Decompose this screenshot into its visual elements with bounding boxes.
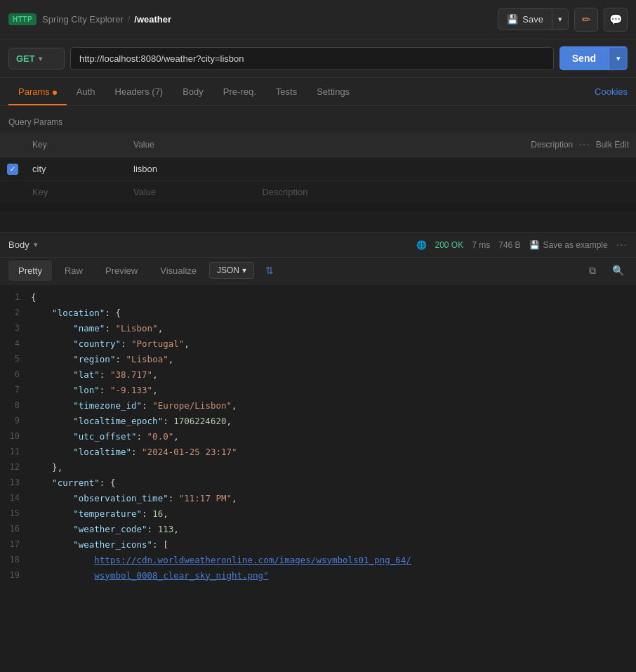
line-number: 18 xyxy=(0,553,28,567)
query-params-section: Query Params xyxy=(0,106,636,133)
empty-value-cell[interactable]: Value xyxy=(126,180,255,203)
body-label: Body xyxy=(8,239,29,250)
response-header-left: Body ▾ xyxy=(8,239,38,250)
send-button-group: Send ▾ xyxy=(559,46,628,70)
line-content: "weather_icons": [ xyxy=(28,538,168,552)
line-number: 10 xyxy=(0,430,28,444)
code-line: 13 "current": { xyxy=(0,475,636,491)
line-number: 17 xyxy=(0,538,28,552)
response-tabs-right: ⧉ 🔍 xyxy=(583,261,628,280)
code-line: 9 "localtime_epoch": 1706224620, xyxy=(0,414,636,429)
th-value: Value xyxy=(126,133,255,157)
tabs-left: Params Auth Headers (7) Body Pre-req. Te… xyxy=(8,78,359,105)
th-checkbox xyxy=(0,133,25,157)
line-content: "region": "Lisboa", xyxy=(28,353,173,367)
body-chevron-icon[interactable]: ▾ xyxy=(34,240,38,249)
header: HTTP Spring City Explorer / /weather 💾 S… xyxy=(0,0,636,39)
section-divider xyxy=(0,203,636,211)
line-number: 16 xyxy=(0,522,28,536)
line-number: 4 xyxy=(0,337,28,351)
line-content: "lat": "38.717", xyxy=(28,368,158,382)
status-code: 200 OK xyxy=(435,240,464,250)
breadcrumb-parent: Spring City Explorer xyxy=(42,14,124,25)
response-tabs: Pretty Raw Preview Visualize JSON ▾ ⇅ ⧉ … xyxy=(0,258,636,284)
resp-tab-visualize[interactable]: Visualize xyxy=(150,261,206,281)
code-line: 12 }, xyxy=(0,460,636,475)
code-line: 15 "temperature": 16, xyxy=(0,506,636,522)
response-time: 7 ms xyxy=(472,240,490,250)
tab-settings[interactable]: Settings xyxy=(307,78,359,105)
line-content: "localtime_epoch": 1706224620, xyxy=(28,414,232,428)
tabs-bar: Params Auth Headers (7) Body Pre-req. Te… xyxy=(0,78,636,106)
code-line: 7 "lon": "-9.133", xyxy=(0,383,636,398)
tab-auth[interactable]: Auth xyxy=(67,78,105,105)
code-line: 11 "localtime": "2024-01-25 23:17" xyxy=(0,444,636,460)
method-chevron-icon: ▾ xyxy=(39,55,42,62)
row-value-cell[interactable]: lisbon xyxy=(126,157,255,181)
line-content: "country": "Portugal", xyxy=(28,337,190,351)
tab-tests[interactable]: Tests xyxy=(266,78,307,105)
breadcrumb: Spring City Explorer / /weather xyxy=(42,14,171,25)
code-line: 5 "region": "Lisboa", xyxy=(0,352,636,367)
params-dot xyxy=(53,91,57,95)
breadcrumb-current: /weather xyxy=(134,14,171,25)
description-placeholder: Description xyxy=(262,187,307,197)
save-icon: 💾 xyxy=(507,14,518,25)
resp-tab-raw[interactable]: Raw xyxy=(55,261,93,281)
tab-body[interactable]: Body xyxy=(173,78,213,105)
url-bar: GET ▾ Send ▾ xyxy=(0,39,636,78)
comment-button[interactable]: 💬 xyxy=(604,8,628,32)
resp-tab-preview[interactable]: Preview xyxy=(95,261,147,281)
line-number: 8 xyxy=(0,399,28,413)
row-checkbox-cell[interactable]: ✓ xyxy=(0,157,25,181)
cookies-link[interactable]: Cookies xyxy=(595,78,628,105)
line-content: https://cdn.worldweatheronline.com/image… xyxy=(28,553,411,567)
th-description-label: Description xyxy=(531,140,573,150)
code-line: 3 "name": "Lisbon", xyxy=(0,321,636,336)
tab-prereq[interactable]: Pre-req. xyxy=(213,78,266,105)
url-link[interactable]: https://cdn.worldweatheronline.com/image… xyxy=(94,555,411,565)
send-button[interactable]: Send xyxy=(559,46,609,70)
more-options-button[interactable]: ··· xyxy=(616,239,628,251)
row-checkbox[interactable]: ✓ xyxy=(7,164,18,175)
line-number: 6 xyxy=(0,368,28,382)
filter-icon[interactable]: ⇅ xyxy=(260,261,279,280)
search-icon[interactable]: 🔍 xyxy=(608,261,628,280)
response-tabs-left: Pretty Raw Preview Visualize JSON ▾ ⇅ xyxy=(8,261,279,281)
row-key-cell[interactable]: city xyxy=(25,157,126,181)
response-header: Body ▾ 🌐 200 OK 7 ms 746 B 💾 Save as exa… xyxy=(0,232,636,258)
code-line: 10 "utc_offset": "0.0", xyxy=(0,429,636,444)
copy-icon[interactable]: ⧉ xyxy=(583,261,602,280)
empty-description-cell[interactable]: Description xyxy=(255,180,636,203)
save-example-label: Save as example xyxy=(543,240,608,250)
code-line: 16 "weather_code": 113, xyxy=(0,522,636,537)
line-content: "timezone_id": "Europe/Lisbon", xyxy=(28,399,237,413)
format-selector[interactable]: JSON ▾ xyxy=(209,262,254,279)
globe-icon: 🌐 xyxy=(416,240,427,250)
line-content: wsymbol_0008_clear_sky_night.png" xyxy=(28,569,269,583)
row-description-cell[interactable] xyxy=(255,157,636,181)
tab-headers[interactable]: Headers (7) xyxy=(105,78,173,105)
bulk-edit-button[interactable]: Bulk Edit xyxy=(596,140,629,150)
url-input[interactable] xyxy=(70,47,554,70)
save-dropdown-button[interactable]: ▾ xyxy=(552,10,568,29)
format-label: JSON xyxy=(217,265,239,275)
line-number: 14 xyxy=(0,492,28,506)
method-select[interactable]: GET ▾ xyxy=(8,48,65,70)
resp-tab-pretty[interactable]: Pretty xyxy=(8,261,52,281)
tab-params[interactable]: Params xyxy=(8,78,67,105)
edit-button[interactable]: ✏ xyxy=(574,8,598,32)
method-label: GET xyxy=(16,53,35,64)
breadcrumb-separator: / xyxy=(128,14,131,25)
params-table: Key Value Description ··· Bulk Edit ✓ ci… xyxy=(0,133,636,203)
http-badge: HTTP xyxy=(8,13,37,25)
line-number: 7 xyxy=(0,383,28,397)
more-options-icon[interactable]: ··· xyxy=(578,138,590,151)
send-dropdown-button[interactable]: ▾ xyxy=(609,48,628,70)
line-content: "utc_offset": "0.0", xyxy=(28,430,179,444)
empty-key-cell[interactable]: Key xyxy=(25,180,126,203)
code-line: 19 wsymbol_0008_clear_sky_night.png" xyxy=(0,568,636,584)
save-example-button[interactable]: 💾 Save as example xyxy=(529,240,608,250)
url-link-cont[interactable]: wsymbol_0008_clear_sky_night.png" xyxy=(94,570,268,581)
save-button[interactable]: 💾 Save xyxy=(498,9,552,29)
